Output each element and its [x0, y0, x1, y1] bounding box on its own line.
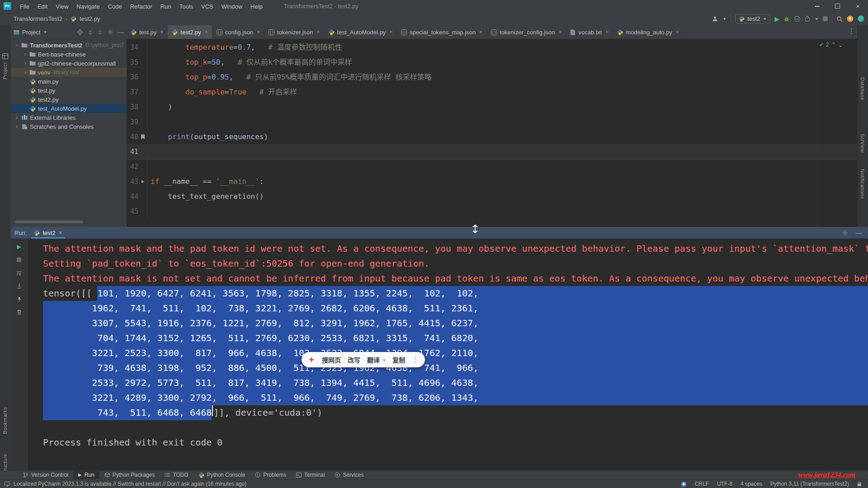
toolwindow-button-version-control[interactable]: Version Control — [18, 471, 73, 479]
menu-item-navigate[interactable]: Navigate — [72, 3, 104, 10]
close-icon[interactable]: × — [676, 29, 679, 35]
hide-panel-icon[interactable]: — — [118, 28, 124, 36]
editor-line-38[interactable]: 38 ) — [127, 99, 857, 114]
close-icon[interactable]: × — [389, 29, 392, 35]
menu-item-refactor[interactable]: Refactor — [126, 3, 156, 10]
tree-item-External-Libraries[interactable]: ›External Libraries — [11, 113, 127, 122]
close-icon[interactable]: × — [160, 29, 163, 35]
project-stripe-icon[interactable] — [2, 53, 8, 59]
pin-icon[interactable] — [15, 296, 23, 303]
chevron-icon[interactable]: › — [22, 51, 28, 57]
tree-item-TransformersTest2[interactable]: ›TransformersTest2D:\python_pro\T — [11, 41, 127, 50]
chevron-icon[interactable]: › — [14, 123, 20, 130]
toolwindow-button-todo[interactable]: TODO — [160, 471, 193, 479]
editor-tab-modeling_auto-py[interactable]: modeling_auto.py× — [613, 25, 684, 39]
toolwindow-button-terminal[interactable]: Terminal — [291, 471, 330, 479]
editor-tab-test2-py[interactable]: test2.py× — [168, 25, 212, 39]
editor-line-34[interactable]: 34 temperature=0.7, # 温度参数控制随机性 — [127, 40, 857, 55]
status-item-3[interactable]: 4 spaces — [741, 481, 762, 487]
toolwindow-button-python-packages[interactable]: Python Packages — [99, 471, 160, 479]
sidebar-item-database[interactable]: Database — [860, 77, 865, 100]
editor-line-39[interactable]: 39 — [127, 114, 857, 129]
run-configuration-select[interactable]: test2 ▼ — [735, 14, 770, 23]
inspections-widget[interactable]: ✔ 2 ⌃ ⌃ — [819, 42, 843, 48]
debug-icon[interactable] — [783, 16, 790, 22]
stop-icon[interactable] — [15, 256, 23, 263]
toolwindow-button-python-console[interactable]: Python Console — [193, 471, 250, 479]
editor-line-43[interactable]: 43▶if __name__ == '__main__': — [127, 174, 857, 189]
tree-item-venv[interactable]: ›venvlibrary root — [11, 68, 127, 77]
minimize-button[interactable] — [807, 0, 827, 12]
tree-item-main-py[interactable]: main.py — [11, 77, 127, 86]
sidebar-item-project[interactable]: Project — [2, 62, 8, 80]
expand-all-icon[interactable] — [87, 29, 93, 35]
menu-item-file[interactable]: File — [16, 3, 33, 10]
editor-tab-vocab-txt[interactable]: vocab.txt× — [566, 25, 613, 39]
close-icon[interactable]: ✕ — [58, 230, 62, 236]
editor-line-44[interactable]: 44 test_text_generation() — [127, 189, 857, 204]
popup-item-1[interactable]: 搜网页 — [322, 355, 341, 364]
close-button[interactable]: × — [848, 0, 868, 12]
editor-tab-tokenizer_config-json[interactable]: {}tokenizer_config.json× — [487, 25, 566, 39]
sidebar-item-bookmarks[interactable]: Bookmarks — [2, 407, 8, 434]
close-icon[interactable]: × — [558, 29, 561, 35]
close-icon[interactable]: × — [205, 29, 208, 35]
profiler-icon[interactable] — [804, 16, 811, 22]
editor-line-41[interactable]: 41 — [127, 144, 857, 159]
update-notification-icon[interactable] — [847, 15, 854, 22]
tree-item-Bert-base-chinese[interactable]: ›Bert-base-chinese — [11, 50, 127, 59]
popup-item-2[interactable]: 改写 — [348, 355, 360, 364]
chevron-icon[interactable]: › — [14, 114, 20, 121]
horizontal-scrollbar[interactable] — [15, 221, 83, 223]
softwrap-icon[interactable] — [15, 269, 23, 277]
sidebar-item-sciview[interactable]: SciView — [860, 134, 865, 153]
more-tabs-icon[interactable]: ⋮ — [848, 27, 855, 35]
lock-icon[interactable] — [857, 481, 862, 487]
hide-panel-icon[interactable]: — — [855, 229, 862, 236]
maximize-button[interactable] — [827, 0, 848, 12]
status-message[interactable]: Localized PyCharm 2023.1.3 is available … — [5, 481, 246, 487]
next-problem-icon[interactable]: ⌃ — [838, 42, 843, 48]
editor-tab-tokenizer-json[interactable]: {}tokenizer.json× — [264, 25, 325, 39]
toolwindow-button-run[interactable]: ▶Run — [73, 471, 99, 479]
status-item-1[interactable]: CRLF — [695, 481, 709, 487]
run-button[interactable]: ▶ — [774, 15, 779, 23]
code-editor[interactable]: 34 temperature=0.7, # 温度参数控制随机性35 top_k=… — [127, 39, 857, 228]
sidebar-item-notifications[interactable]: Notifications — [860, 169, 865, 199]
update-available-icon[interactable] — [681, 481, 687, 487]
gear-icon[interactable] — [842, 230, 848, 236]
editor-line-35[interactable]: 35 top_k=50, # 仅从前k个概率最高的单词中采样 — [127, 55, 857, 70]
tree-item-test-py[interactable]: test.py — [11, 86, 127, 95]
close-icon[interactable]: × — [479, 29, 482, 35]
bookmark-icon[interactable] — [138, 134, 147, 140]
close-icon[interactable]: × — [317, 29, 320, 35]
clear-icon[interactable] — [15, 309, 23, 316]
editor-tab-test-py[interactable]: test.py× — [127, 25, 168, 39]
toolwindow-button-services[interactable]: Services — [330, 471, 368, 479]
menu-item-edit[interactable]: Edit — [33, 3, 52, 10]
user-icon[interactable] — [712, 15, 718, 22]
collapse-all-icon[interactable] — [97, 29, 103, 35]
editor-tab-config-json[interactable]: {}config.json× — [212, 25, 264, 39]
editor-line-40[interactable]: 40 print(output_sequences) — [127, 129, 857, 144]
menu-item-view[interactable]: View — [52, 3, 72, 10]
editor-line-42[interactable]: 42 — [127, 159, 857, 174]
menu-item-code[interactable]: Code — [104, 3, 126, 10]
editor-tab-test_AutoModel-py[interactable]: test_AutoModel.py× — [325, 25, 397, 39]
menu-item-vcs[interactable]: VCS — [197, 3, 217, 10]
more-options-icon[interactable]: ⋮ — [412, 356, 419, 364]
popup-item-4[interactable]: 复制 — [392, 355, 405, 364]
chevron-icon[interactable]: › — [22, 69, 28, 75]
close-icon[interactable]: × — [257, 29, 260, 35]
scrollend-icon[interactable] — [15, 282, 23, 290]
search-icon[interactable] — [836, 16, 843, 22]
chevron-icon[interactable]: › — [22, 60, 28, 66]
tree-item-gpt2-chinese-cluecorpussmall[interactable]: ›gpt2-chinese-cluecorpussmall — [11, 59, 127, 68]
status-item-4[interactable]: Python 3.11 (TransformersTest2) — [770, 481, 849, 487]
menu-item-tools[interactable]: Tools — [175, 3, 197, 10]
editor-line-36[interactable]: 36 top_p=0.95, # 只从前95%概率质量的词汇中进行随机采样 核采… — [127, 70, 857, 84]
stop-button[interactable] — [823, 16, 828, 21]
chevron-icon[interactable]: › — [14, 42, 20, 49]
menu-item-window[interactable]: Window — [217, 3, 246, 10]
status-item-2[interactable]: UTF-8 — [717, 481, 732, 487]
